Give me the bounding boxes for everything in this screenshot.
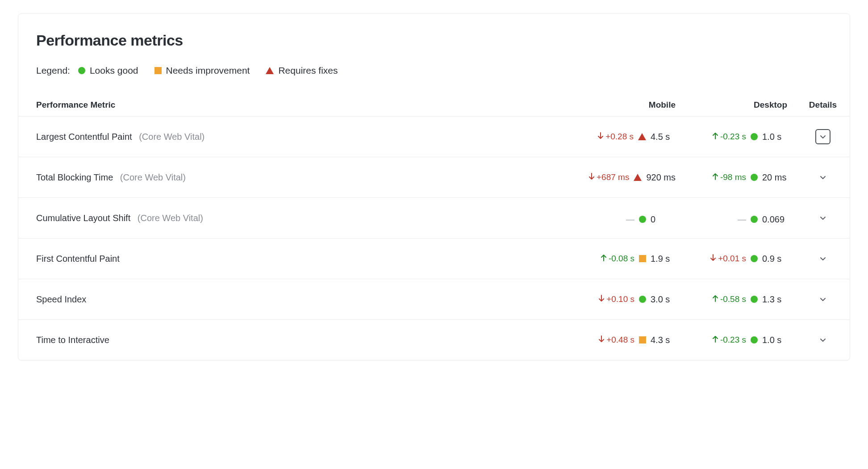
circle-green-icon [751, 174, 758, 181]
desktop-delta: -0.23 s [712, 132, 746, 142]
desktop-cell: -0.23 s1.0 s [684, 320, 796, 360]
desktop-metric: +0.01 s0.9 s [710, 254, 787, 264]
col-header-name: Performance Metric [18, 94, 573, 117]
mobile-metric: —0 [624, 214, 676, 225]
table-row: Cumulative Layout Shift (Core Web Vital)… [18, 198, 850, 239]
mobile-cell: +0.10 s3.0 s [573, 279, 684, 320]
legend-item-good: Looks good [78, 65, 138, 76]
arrow-down-icon [597, 132, 604, 142]
arrow-down-icon [598, 335, 605, 345]
circle-green-icon [751, 296, 758, 303]
expand-row-button[interactable] [815, 332, 830, 348]
page-title: Performance metrics [18, 32, 850, 49]
chevron-down-icon [819, 133, 826, 140]
expand-row-button[interactable] [815, 292, 830, 307]
mobile-delta-value: +0.28 s [605, 132, 634, 142]
metrics-table: Performance Metric Mobile Desktop Detail… [18, 94, 850, 360]
mobile-delta: +0.48 s [598, 335, 634, 345]
mobile-cell: +687 ms920 ms [573, 157, 684, 198]
mobile-metric: +0.28 s4.5 s [597, 132, 676, 142]
arrow-down-icon [710, 254, 716, 264]
arrow-up-icon [712, 294, 718, 304]
core-web-vital-tag: (Core Web Vital) [138, 213, 203, 223]
mobile-delta-value: +687 ms [597, 172, 629, 182]
arrow-down-icon [588, 172, 595, 182]
details-cell [796, 198, 850, 239]
desktop-metric: -98 ms20 ms [712, 172, 787, 183]
legend-item-fixes: Requires fixes [266, 65, 338, 76]
arrow-up-icon [712, 172, 718, 182]
mobile-delta: +0.28 s [597, 132, 634, 142]
col-header-details: Details [796, 94, 850, 117]
mobile-delta: -0.08 s [601, 254, 634, 264]
core-web-vital-tag: (Core Web Vital) [139, 132, 204, 142]
metric-name-cell: Speed Index [18, 279, 573, 320]
mobile-delta-value: +0.10 s [606, 294, 634, 304]
desktop-delta-value: -0.23 s [720, 132, 746, 142]
mobile-cell: -0.08 s1.9 s [573, 239, 684, 279]
mobile-value: 4.3 s [651, 335, 676, 345]
details-cell [796, 320, 850, 360]
square-orange-icon [639, 255, 646, 262]
arrow-down-icon [598, 294, 605, 304]
arrow-up-icon [712, 335, 718, 345]
desktop-delta: -0.23 s [712, 335, 746, 345]
mobile-cell: +0.48 s4.3 s [573, 320, 684, 360]
desktop-metric: -0.23 s1.0 s [712, 335, 787, 345]
arrow-up-icon [712, 132, 718, 142]
expand-row-button[interactable] [815, 129, 830, 144]
desktop-cell: —0.069 [684, 198, 796, 239]
mobile-delta-value: -0.08 s [609, 254, 634, 264]
mobile-metric: +0.10 s3.0 s [598, 294, 676, 305]
desktop-value: 20 ms [762, 172, 787, 183]
metric-name-cell: Time to Interactive [18, 320, 573, 360]
mobile-value: 3.0 s [651, 294, 676, 305]
metric-name: Total Blocking Time [36, 172, 113, 182]
circle-green-icon [639, 216, 646, 223]
desktop-cell: +0.01 s0.9 s [684, 239, 796, 279]
table-row: Largest Contentful Paint (Core Web Vital… [18, 117, 850, 157]
square-orange-icon [154, 67, 162, 74]
desktop-delta: +0.01 s [710, 254, 746, 264]
mobile-delta-value: +0.48 s [606, 335, 634, 345]
desktop-value: 1.0 s [762, 132, 787, 142]
desktop-metric: -0.23 s1.0 s [712, 132, 787, 142]
metric-name: Largest Contentful Paint [36, 132, 132, 142]
triangle-red-icon [266, 67, 274, 74]
table-row: Time to Interactive+0.48 s4.3 s-0.23 s1.… [18, 320, 850, 360]
triangle-red-icon [634, 174, 642, 181]
metric-name: Time to Interactive [36, 335, 109, 345]
metric-name: Speed Index [36, 294, 86, 304]
desktop-delta-value: — [738, 214, 746, 224]
mobile-delta: — [624, 214, 634, 224]
mobile-value: 920 ms [646, 172, 676, 183]
mobile-delta-value: — [626, 214, 634, 224]
desktop-delta: — [736, 214, 746, 224]
col-header-mobile: Mobile [573, 94, 684, 117]
desktop-cell: -0.23 s1.0 s [684, 117, 796, 157]
desktop-value: 1.3 s [762, 294, 787, 305]
expand-row-button[interactable] [815, 170, 830, 185]
table-row: Speed Index+0.10 s3.0 s-0.58 s1.3 s [18, 279, 850, 320]
col-header-desktop: Desktop [684, 94, 796, 117]
mobile-value: 4.5 s [651, 132, 676, 142]
chevron-down-icon [819, 214, 826, 222]
circle-green-icon [751, 133, 758, 140]
metric-name-cell: Largest Contentful Paint (Core Web Vital… [18, 117, 573, 157]
expand-row-button[interactable] [815, 251, 830, 266]
triangle-red-icon [638, 133, 646, 140]
circle-green-icon [78, 67, 85, 74]
desktop-delta-value: -98 ms [720, 172, 746, 182]
mobile-delta: +0.10 s [598, 294, 634, 304]
legend-improve-text: Needs improvement [166, 65, 250, 76]
circle-green-icon [751, 216, 758, 223]
expand-row-button[interactable] [815, 210, 830, 226]
legend-fixes-text: Requires fixes [278, 65, 338, 76]
desktop-delta-value: -0.58 s [720, 294, 746, 304]
details-cell [796, 279, 850, 320]
metric-name: First Contentful Paint [36, 254, 120, 264]
mobile-cell: —0 [573, 198, 684, 239]
chevron-down-icon [819, 255, 826, 262]
mobile-metric: +687 ms920 ms [588, 172, 676, 183]
metric-name-cell: First Contentful Paint [18, 239, 573, 279]
